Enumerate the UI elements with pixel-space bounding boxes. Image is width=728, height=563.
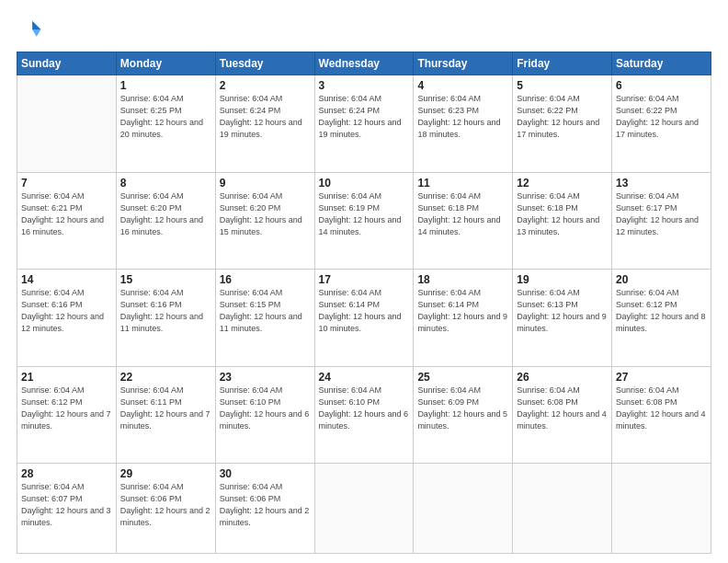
- day-info: Sunrise: 6:04 AMSunset: 6:11 PMDaylight:…: [120, 385, 211, 432]
- day-number: 6: [616, 79, 707, 92]
- day-number: 12: [517, 177, 608, 190]
- calendar-cell: 2Sunrise: 6:04 AMSunset: 6:24 PMDaylight…: [215, 75, 314, 173]
- calendar-cell: 16Sunrise: 6:04 AMSunset: 6:15 PMDayligh…: [215, 270, 314, 367]
- calendar-week-row: 14Sunrise: 6:04 AMSunset: 6:16 PMDayligh…: [17, 270, 711, 367]
- weekday-header-tuesday: Tuesday: [215, 52, 314, 75]
- svg-marker-1: [32, 29, 40, 37]
- day-info: Sunrise: 6:04 AMSunset: 6:21 PMDaylight:…: [21, 190, 112, 238]
- day-number: 2: [220, 79, 311, 92]
- day-number: 13: [616, 177, 707, 190]
- day-number: 30: [220, 467, 311, 480]
- day-number: 28: [21, 467, 112, 480]
- day-info: Sunrise: 6:04 AMSunset: 6:07 PMDaylight:…: [21, 481, 112, 529]
- calendar-cell: 6Sunrise: 6:04 AMSunset: 6:22 PMDaylight…: [612, 75, 711, 173]
- day-number: 10: [319, 177, 410, 190]
- calendar-cell: 18Sunrise: 6:04 AMSunset: 6:14 PMDayligh…: [414, 270, 513, 367]
- day-number: 14: [21, 273, 112, 286]
- svg-marker-0: [32, 21, 40, 29]
- calendar-week-row: 7Sunrise: 6:04 AMSunset: 6:21 PMDaylight…: [17, 172, 711, 270]
- calendar-cell: 21Sunrise: 6:04 AMSunset: 6:12 PMDayligh…: [17, 366, 117, 464]
- day-info: Sunrise: 6:04 AMSunset: 6:25 PMDaylight:…: [120, 93, 211, 141]
- day-number: 3: [319, 79, 410, 92]
- calendar-cell: [17, 75, 117, 173]
- weekday-header-wednesday: Wednesday: [314, 52, 414, 75]
- calendar-cell: 4Sunrise: 6:04 AMSunset: 6:23 PMDaylight…: [414, 75, 513, 173]
- day-number: 16: [220, 273, 311, 286]
- calendar-cell: 14Sunrise: 6:04 AMSunset: 6:16 PMDayligh…: [17, 270, 117, 367]
- day-info: Sunrise: 6:04 AMSunset: 6:19 PMDaylight:…: [319, 190, 410, 238]
- calendar-cell: 15Sunrise: 6:04 AMSunset: 6:16 PMDayligh…: [116, 270, 215, 367]
- day-info: Sunrise: 6:04 AMSunset: 6:23 PMDaylight:…: [417, 93, 508, 141]
- weekday-header-thursday: Thursday: [414, 52, 513, 75]
- day-info: Sunrise: 6:04 AMSunset: 6:08 PMDaylight:…: [517, 385, 608, 432]
- day-info: Sunrise: 6:04 AMSunset: 6:06 PMDaylight:…: [120, 481, 211, 529]
- day-info: Sunrise: 6:04 AMSunset: 6:13 PMDaylight:…: [517, 287, 608, 335]
- day-number: 9: [220, 177, 311, 190]
- calendar-table: SundayMondayTuesdayWednesdayThursdayFrid…: [17, 52, 711, 554]
- calendar-cell: [513, 464, 612, 554]
- calendar-cell: 27Sunrise: 6:04 AMSunset: 6:08 PMDayligh…: [612, 366, 711, 464]
- calendar-cell: 29Sunrise: 6:04 AMSunset: 6:06 PMDayligh…: [116, 464, 215, 554]
- weekday-header-friday: Friday: [513, 52, 612, 75]
- day-info: Sunrise: 6:04 AMSunset: 6:09 PMDaylight:…: [417, 385, 508, 432]
- day-number: 22: [120, 371, 211, 384]
- day-number: 5: [517, 79, 608, 92]
- calendar-cell: 28Sunrise: 6:04 AMSunset: 6:07 PMDayligh…: [17, 464, 117, 554]
- day-number: 24: [319, 371, 410, 384]
- day-number: 4: [417, 79, 508, 92]
- weekday-header-saturday: Saturday: [612, 52, 711, 75]
- day-info: Sunrise: 6:04 AMSunset: 6:06 PMDaylight:…: [220, 481, 311, 529]
- day-number: 18: [417, 273, 508, 286]
- calendar-cell: [612, 464, 711, 554]
- calendar-cell: 9Sunrise: 6:04 AMSunset: 6:20 PMDaylight…: [215, 172, 314, 270]
- day-info: Sunrise: 6:04 AMSunset: 6:18 PMDaylight:…: [517, 190, 608, 238]
- calendar-cell: 11Sunrise: 6:04 AMSunset: 6:18 PMDayligh…: [414, 172, 513, 270]
- calendar-cell: 19Sunrise: 6:04 AMSunset: 6:13 PMDayligh…: [513, 270, 612, 367]
- day-number: 25: [417, 371, 508, 384]
- calendar-cell: [314, 464, 414, 554]
- calendar-cell: 8Sunrise: 6:04 AMSunset: 6:20 PMDaylight…: [116, 172, 215, 270]
- day-info: Sunrise: 6:04 AMSunset: 6:24 PMDaylight:…: [319, 93, 410, 141]
- calendar-cell: 22Sunrise: 6:04 AMSunset: 6:11 PMDayligh…: [116, 366, 215, 464]
- calendar-cell: 20Sunrise: 6:04 AMSunset: 6:12 PMDayligh…: [612, 270, 711, 367]
- calendar-cell: 17Sunrise: 6:04 AMSunset: 6:14 PMDayligh…: [314, 270, 414, 367]
- calendar-cell: 1Sunrise: 6:04 AMSunset: 6:25 PMDaylight…: [116, 75, 215, 173]
- day-info: Sunrise: 6:04 AMSunset: 6:10 PMDaylight:…: [319, 385, 410, 432]
- day-number: 1: [120, 79, 211, 92]
- calendar-cell: 3Sunrise: 6:04 AMSunset: 6:24 PMDaylight…: [314, 75, 414, 173]
- day-info: Sunrise: 6:04 AMSunset: 6:14 PMDaylight:…: [417, 287, 508, 335]
- day-info: Sunrise: 6:04 AMSunset: 6:24 PMDaylight:…: [220, 93, 311, 141]
- day-info: Sunrise: 6:04 AMSunset: 6:08 PMDaylight:…: [616, 385, 707, 432]
- day-number: 7: [21, 177, 112, 190]
- calendar-cell: 30Sunrise: 6:04 AMSunset: 6:06 PMDayligh…: [215, 464, 314, 554]
- day-info: Sunrise: 6:04 AMSunset: 6:15 PMDaylight:…: [220, 287, 311, 335]
- calendar-cell: 5Sunrise: 6:04 AMSunset: 6:22 PMDaylight…: [513, 75, 612, 173]
- day-number: 29: [120, 467, 211, 480]
- day-number: 23: [220, 371, 311, 384]
- day-info: Sunrise: 6:04 AMSunset: 6:22 PMDaylight:…: [616, 93, 707, 141]
- day-info: Sunrise: 6:04 AMSunset: 6:16 PMDaylight:…: [120, 287, 211, 335]
- calendar-cell: 10Sunrise: 6:04 AMSunset: 6:19 PMDayligh…: [314, 172, 414, 270]
- day-info: Sunrise: 6:04 AMSunset: 6:14 PMDaylight:…: [319, 287, 410, 335]
- day-number: 19: [517, 273, 608, 286]
- page: SundayMondayTuesdayWednesdayThursdayFrid…: [0, 0, 728, 563]
- header: [17, 17, 711, 42]
- day-info: Sunrise: 6:04 AMSunset: 6:20 PMDaylight:…: [220, 190, 311, 238]
- weekday-header-monday: Monday: [116, 52, 215, 75]
- calendar-cell: 13Sunrise: 6:04 AMSunset: 6:17 PMDayligh…: [612, 172, 711, 270]
- calendar-week-row: 21Sunrise: 6:04 AMSunset: 6:12 PMDayligh…: [17, 366, 711, 464]
- calendar-cell: 7Sunrise: 6:04 AMSunset: 6:21 PMDaylight…: [17, 172, 117, 270]
- day-number: 17: [319, 273, 410, 286]
- calendar-week-row: 1Sunrise: 6:04 AMSunset: 6:25 PMDaylight…: [17, 75, 711, 173]
- day-number: 11: [417, 177, 508, 190]
- day-number: 15: [120, 273, 211, 286]
- day-info: Sunrise: 6:04 AMSunset: 6:22 PMDaylight:…: [517, 93, 608, 141]
- day-info: Sunrise: 6:04 AMSunset: 6:16 PMDaylight:…: [21, 287, 112, 335]
- calendar-cell: 24Sunrise: 6:04 AMSunset: 6:10 PMDayligh…: [314, 366, 414, 464]
- calendar-cell: 23Sunrise: 6:04 AMSunset: 6:10 PMDayligh…: [215, 366, 314, 464]
- calendar-cell: [414, 464, 513, 554]
- weekday-header-sunday: Sunday: [17, 52, 117, 75]
- calendar-week-row: 28Sunrise: 6:04 AMSunset: 6:07 PMDayligh…: [17, 464, 711, 554]
- logo: [17, 17, 46, 42]
- day-info: Sunrise: 6:04 AMSunset: 6:20 PMDaylight:…: [120, 190, 211, 238]
